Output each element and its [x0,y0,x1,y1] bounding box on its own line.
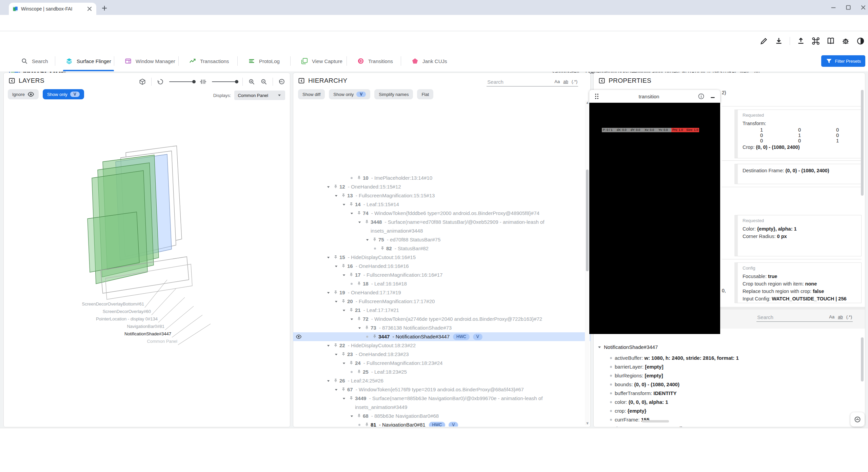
pin-icon[interactable] [340,350,347,357]
collapse-node-icon[interactable] [340,394,348,401]
property-node[interactable]: barrierLayer: [empty] [607,362,858,371]
tree-node[interactable]: 81 - NavigationBar0#81HWCV [293,420,591,427]
edit-icon[interactable] [760,37,768,45]
tree-node[interactable]: 20 - FullscreenMagnification:17:17#20 [293,297,591,306]
tree-node[interactable]: 14 - Leaf:15:15#14 [293,200,591,209]
pin-icon[interactable] [379,244,386,251]
tab-protolog[interactable]: ProtoLog [239,51,289,71]
pin-icon[interactable] [355,279,363,286]
regex-toggle[interactable]: (.*) [846,314,852,319]
tree-node[interactable]: 75 - ed70f88 StatusBar#75 [293,235,591,244]
pin-icon[interactable] [355,412,363,418]
subpanel-scrollbar[interactable] [861,337,864,381]
minimize-overlay-icon[interactable] [709,93,716,100]
collapse-node-icon[interactable] [340,359,348,366]
property-node[interactable]: activeBuffer: w: 1080, h: 2400, stride: … [607,354,858,362]
pin-icon[interactable] [371,235,378,242]
pin-icon[interactable] [340,385,347,392]
info-icon[interactable] [698,93,705,100]
collapse-node-icon[interactable] [340,306,348,313]
tab-transactions[interactable]: Transactions [180,51,238,71]
tree-node[interactable]: 15 - HideDisplayCutout:16:16#15 [293,253,591,262]
tree-node[interactable]: 25 - Leaf:18:23#25 [293,368,591,376]
device-screen-view[interactable]: P: 0 / 1dX: 0.0dY: 0.0Xv: 0.0Yv: 0.0Prs:… [589,103,720,334]
collapse-node-icon[interactable] [348,315,355,321]
tree-node[interactable]: 16 - OneHanded:16:16#16 [293,262,591,271]
match-case-toggle[interactable]: Aa [829,314,834,319]
overlay-title-bar[interactable]: transition [589,90,720,103]
property-node[interactable]: blurRegions: [empty] [607,371,858,380]
tab-close-icon[interactable] [86,5,93,12]
properties-scrollbar[interactable] [861,90,864,196]
tree-node[interactable]: 3447 - NotificationShade#3447HWCV [293,332,591,341]
zoom-in-icon[interactable] [248,78,255,85]
tab-jank-cujs[interactable]: Jank CUJs [403,51,456,71]
tree-node[interactable]: 3449 - Surface(name=885b63e NavigationBa… [293,394,591,412]
tab-view-capture[interactable]: View Capture [292,51,351,71]
pin-icon[interactable] [355,174,363,180]
tree-node[interactable]: 21 - Leaf:17:17#21 [293,306,591,315]
bug-icon[interactable] [842,37,850,45]
collapse-panel-icon[interactable] [298,77,305,84]
docs-icon[interactable] [827,37,835,45]
collapse-node-icon[interactable] [324,182,332,189]
spacing-slider[interactable] [212,81,237,82]
shortcuts-icon[interactable] [812,37,820,45]
3d-view-icon[interactable] [139,78,146,85]
tree-node[interactable]: 23 - OneHanded:18:23#23 [293,350,591,359]
ignore-chip[interactable]: Ignore [8,89,39,99]
collapse-node-icon[interactable] [348,412,355,418]
collapse-node-icon[interactable] [356,323,363,330]
window-maximize-icon[interactable] [845,4,852,11]
tree-node[interactable]: 26 - Leaf:24:25#26 [293,376,591,385]
drag-handle-icon[interactable] [593,93,600,100]
chip-show-diff[interactable]: Show diff [298,89,325,99]
property-node[interactable]: bufferTransform: IDENTITY [607,389,858,398]
pin-icon[interactable] [340,191,347,198]
expand-timeline-button[interactable] [850,412,865,427]
pin-icon[interactable] [332,376,339,383]
pin-icon[interactable] [363,218,371,224]
collapse-node-icon[interactable] [340,200,348,207]
zoom-out-icon[interactable] [260,78,267,85]
pin-icon[interactable] [332,182,339,189]
layer-label[interactable]: NavigationBar0#81 [11,324,164,329]
properties-root-node[interactable]: NotificationShade#3447 [597,344,658,350]
tree-node[interactable]: 22 - HideDisplayCutout:18:23#22 [293,341,591,350]
collapse-node-icon[interactable] [356,218,363,224]
pin-icon[interactable] [355,315,363,321]
hierarchy-search-input[interactable] [487,78,551,86]
collapse-panel-icon[interactable] [8,77,15,84]
pin-icon[interactable] [355,368,363,374]
pin-icon[interactable] [348,200,355,207]
chip-show-only[interactable]: Show onlyV [329,89,370,99]
download-icon[interactable] [775,37,783,45]
property-node[interactable]: dataspace: BT709 sRGB Full range [607,424,858,427]
hierarchy-scrollbar[interactable]: ▲ ▼ [585,100,590,425]
tree-node[interactable]: 72 - WindowToken{a2746de type=2040 andro… [293,315,591,323]
layer-label[interactable]: PointerLocation - display 0#134 [11,316,158,321]
pin-icon[interactable] [332,253,339,260]
collapse-node-icon[interactable] [332,191,340,198]
new-tab-button[interactable] [101,5,108,12]
property-node[interactable]: color: (0, 0, 0), alpha: 1 [607,398,858,407]
pin-icon[interactable] [348,394,355,401]
collapse-node-icon[interactable] [332,350,340,357]
rotation-icon[interactable] [157,78,164,85]
match-word-toggle[interactable]: ab [563,79,568,84]
collapse-node-icon[interactable] [324,253,332,260]
layer-rect[interactable] [87,212,139,272]
chip-flat[interactable]: Flat [417,89,433,99]
pin-icon[interactable] [371,332,378,339]
pin-icon[interactable] [348,306,355,313]
match-case-toggle[interactable]: Aa [554,79,560,84]
tree-node[interactable]: 10 - ImePlaceholder:13:14#10 [293,174,591,182]
collapse-node-icon[interactable] [324,288,332,295]
property-node[interactable]: crop: {empty} [607,407,858,415]
tree-node[interactable]: 82 - StatusBar#82 [293,244,591,253]
show-only-chip[interactable]: Show only V [43,89,84,99]
tree-node[interactable]: 17 - FullscreenMagnification:16:16#17 [293,271,591,279]
rotation-slider[interactable] [169,81,194,82]
regex-toggle[interactable]: (.*) [572,79,577,84]
tree-node[interactable]: 73 - 8736138 NotificationShade#73 [293,323,591,332]
